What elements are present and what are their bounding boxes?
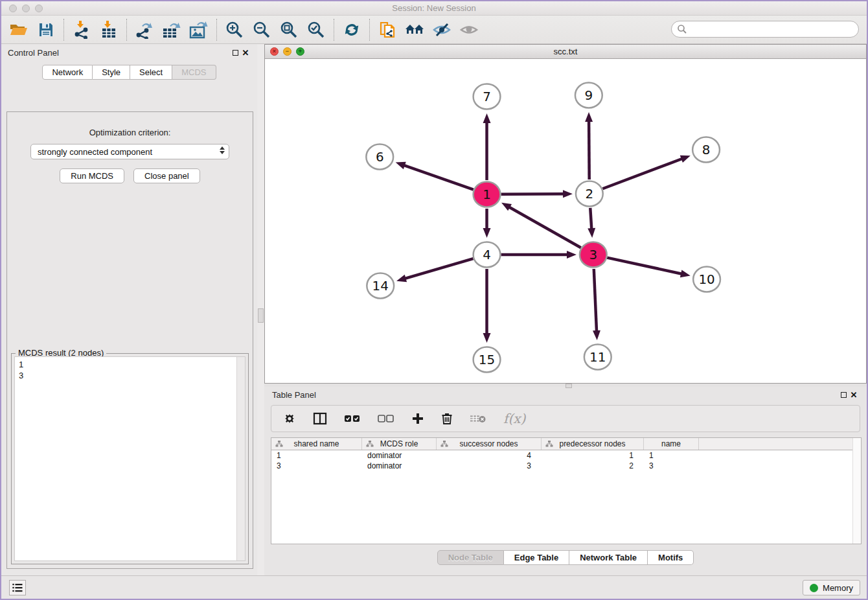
export-table-button[interactable] [158, 17, 185, 42]
export-image-icon [189, 21, 209, 39]
graph-node-label: 2 [586, 186, 594, 202]
minimize-window-icon[interactable] [22, 5, 30, 12]
show-panels-button[interactable] [455, 17, 483, 42]
zoom-in-icon [225, 21, 244, 39]
function-builder-button[interactable]: f(x) [503, 411, 525, 426]
search-input[interactable] [687, 23, 858, 36]
table-panel-header: Table Panel ✕ [264, 387, 867, 402]
tree-icon [366, 440, 374, 448]
graph-arrowhead [680, 156, 691, 163]
graph-arrowhead [483, 333, 491, 343]
close-table-panel-icon[interactable]: ✕ [849, 389, 859, 400]
import-network-button[interactable] [68, 17, 95, 42]
tab-select[interactable]: Select [130, 65, 172, 80]
table-cell: 2 [542, 461, 644, 471]
tab-node-table[interactable]: Node Table [437, 550, 504, 565]
zoom-out-button[interactable] [248, 17, 275, 42]
refresh-button[interactable] [338, 17, 365, 42]
tab-style[interactable]: Style [93, 65, 130, 80]
run-mcds-button[interactable]: Run MCDS [60, 168, 124, 183]
delete-row-button[interactable] [441, 412, 453, 425]
splitter-grip[interactable] [258, 308, 264, 323]
task-history-button[interactable] [9, 580, 26, 595]
zoom-fit-button[interactable] [275, 17, 303, 42]
table-cell: 3 [644, 461, 699, 471]
delete-table-button[interactable] [470, 413, 486, 424]
zoom-out-icon [253, 21, 271, 39]
column-shared-name[interactable]: shared name [271, 438, 362, 450]
table-cell: 4 [437, 450, 542, 461]
close-network-icon[interactable]: × [270, 47, 279, 56]
search-box [671, 21, 859, 38]
graph-edge-4-14[interactable] [404, 259, 474, 279]
close-panel-button[interactable]: Close panel [133, 168, 200, 183]
vertical-splitter[interactable] [257, 44, 264, 575]
node-table: shared name MCDS role successor nodes pr… [271, 437, 862, 544]
graph-node-label: 6 [376, 149, 384, 165]
mcds-result-line: 1 [19, 359, 241, 370]
window-title: Session: New Session [392, 3, 475, 13]
hide-panels-button[interactable] [428, 17, 455, 42]
column-successor-nodes[interactable]: successor nodes [437, 438, 542, 450]
close-panel-icon[interactable]: ✕ [240, 47, 251, 58]
graph-edge-1-2[interactable] [501, 194, 565, 194]
criterion-dropdown[interactable]: strongly connected component [30, 144, 229, 159]
memory-status-icon [810, 584, 818, 592]
float-panel-icon[interactable] [230, 47, 240, 58]
table-row[interactable]: 3dominator323 [271, 461, 861, 471]
open-session-button[interactable] [5, 17, 32, 42]
toolbar-separator [126, 19, 127, 41]
graph-arrowhead [563, 190, 573, 198]
table-toolbar: f(x) [271, 405, 860, 432]
graph-edge-1-6[interactable] [402, 165, 474, 190]
result-scrollbar[interactable] [236, 357, 245, 560]
memory-label: Memory [823, 583, 853, 593]
zoom-selected-button[interactable] [303, 17, 330, 42]
gear-icon [283, 412, 296, 425]
control-panel: Control Panel ✕ Network Style Select MCD… [1, 44, 257, 575]
graph-edge-3-1[interactable] [508, 206, 581, 248]
horizontal-splitter-grip[interactable] [565, 384, 572, 388]
graph-arrowhead [585, 112, 593, 122]
trash-icon [441, 412, 453, 425]
home-layout-button[interactable] [401, 17, 428, 42]
graph-edge-3-10[interactable] [607, 258, 683, 275]
export-network-button[interactable] [131, 17, 158, 42]
tab-network[interactable]: Network [42, 65, 93, 80]
zoom-in-button[interactable] [221, 17, 248, 42]
maximize-window-icon[interactable] [35, 5, 43, 12]
table-row[interactable]: 1dominator411 [271, 450, 861, 461]
graph-edge-2-8[interactable] [602, 158, 683, 189]
column-mcds-role[interactable]: MCDS role [362, 438, 437, 450]
column-name[interactable]: name [644, 438, 699, 450]
network-canvas[interactable]: 7968124314101511 [265, 59, 866, 383]
copy-style-button[interactable] [374, 17, 401, 42]
graph-edge-2-9[interactable] [589, 119, 589, 179]
tab-motifs[interactable]: Motifs [648, 550, 694, 565]
add-row-button[interactable] [411, 412, 424, 425]
table-scrollbar[interactable] [852, 438, 861, 544]
folder-open-icon [9, 21, 29, 38]
tab-mcds[interactable]: MCDS [172, 65, 216, 80]
export-image-button[interactable] [185, 17, 212, 42]
column-predecessor-nodes[interactable]: predecessor nodes [542, 438, 644, 450]
graph-arrowhead [396, 162, 406, 169]
save-session-button[interactable] [32, 17, 60, 42]
mcds-result-line: 3 [19, 370, 241, 381]
tab-edge-table[interactable]: Edge Table [504, 550, 569, 565]
select-all-button[interactable] [344, 414, 361, 423]
table-settings-button[interactable] [283, 412, 296, 425]
graph-edge-2-3[interactable] [590, 208, 591, 231]
minimize-network-icon[interactable]: − [283, 47, 291, 56]
deselect-all-button[interactable] [378, 414, 394, 423]
table-cell: 1 [644, 450, 699, 461]
graph-edge-3-11[interactable] [594, 269, 597, 333]
table-cell: dominator [362, 450, 437, 461]
import-table-button[interactable] [95, 17, 122, 42]
float-table-panel-icon[interactable] [838, 389, 849, 400]
maximize-network-icon[interactable]: + [296, 47, 304, 56]
tab-network-table[interactable]: Network Table [569, 550, 648, 565]
close-window-icon[interactable] [9, 5, 17, 12]
split-columns-button[interactable] [313, 412, 327, 425]
memory-button[interactable]: Memory [803, 580, 860, 595]
